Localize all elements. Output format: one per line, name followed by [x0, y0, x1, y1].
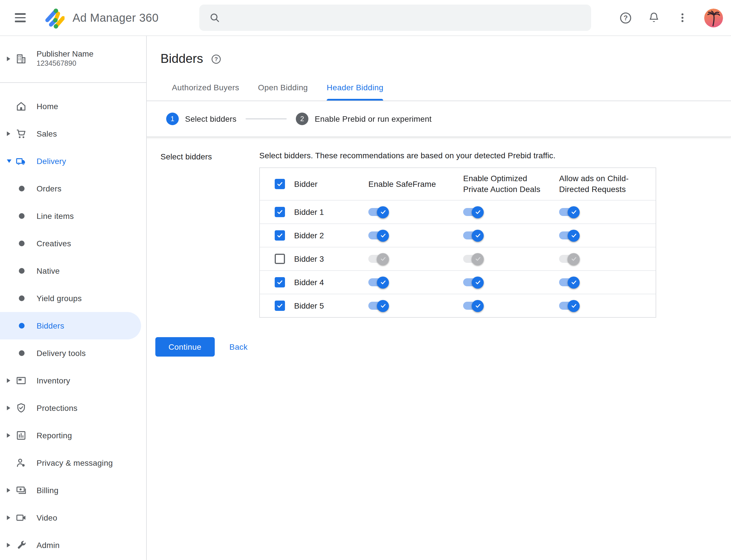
sidebar-item-billing[interactable]: Billing — [0, 477, 146, 504]
sidebar-item-reporting[interactable]: Reporting — [0, 422, 146, 449]
publisher-account-switcher[interactable]: Publisher Name 1234567890 — [0, 35, 146, 83]
sidebar-item-delivery[interactable]: Delivery — [0, 147, 146, 175]
bullet-icon — [19, 295, 25, 301]
back-link[interactable]: Back — [229, 342, 248, 351]
column-header-bidder: Bidder — [294, 179, 318, 189]
table-row: Bidder 5 — [260, 294, 656, 317]
row-checkbox[interactable] — [275, 277, 285, 287]
search-input[interactable] — [227, 12, 591, 23]
wrench-icon — [15, 539, 27, 551]
sidebar-item-bidders[interactable]: Bidders — [0, 312, 141, 339]
sidebar-item-label: Sales — [37, 129, 57, 138]
bullet-icon — [19, 323, 25, 329]
sidebar-item-label: Protections — [37, 403, 77, 413]
expander-right-icon — [7, 378, 10, 383]
shield-check-icon — [15, 402, 27, 414]
step-connector — [246, 118, 287, 119]
account-avatar[interactable] — [704, 8, 723, 27]
row-checkbox[interactable] — [275, 254, 285, 264]
more-options-icon[interactable] — [676, 11, 689, 25]
menu-icon[interactable] — [14, 11, 27, 25]
sidebar-item-sales[interactable]: Sales — [0, 120, 146, 147]
child-directed-toggle[interactable] — [559, 276, 578, 288]
safeframe-toggle[interactable] — [368, 229, 388, 241]
column-header-safeframe: Enable SafeFrame — [366, 179, 461, 189]
sidebar-item-orders[interactable]: Orders — [0, 175, 146, 202]
row-checkbox[interactable] — [275, 230, 285, 241]
step-1-label: Select bidders — [185, 114, 237, 123]
sidebar-item-yield-groups[interactable]: Yield groups — [0, 285, 146, 312]
sidebar-item-label: Orders — [37, 184, 61, 193]
row-checkbox[interactable] — [275, 207, 285, 217]
sidebar-item-label: Inventory — [37, 376, 70, 385]
sidebar-item-native[interactable]: Native — [0, 257, 146, 285]
expander-right-icon — [7, 488, 10, 493]
sidebar-item-protections[interactable]: Protections — [0, 394, 146, 422]
bidder-name: Bidder 1 — [294, 207, 324, 217]
tab-authorized-buyers[interactable]: Authorized Buyers — [172, 74, 239, 101]
sidebar-item-creatives[interactable]: Creatives — [0, 230, 146, 257]
top-app-bar: Ad Manager 360 ? — [0, 0, 731, 36]
continue-button[interactable]: Continue — [155, 337, 215, 357]
row-checkbox[interactable] — [275, 301, 285, 311]
page-help-icon[interactable]: ? — [211, 53, 221, 64]
expander-right-icon — [7, 57, 10, 61]
column-header-optimized-deals: Enable Optimized Private Auction Deals — [461, 173, 557, 195]
expander-right-icon — [7, 515, 10, 520]
bullet-icon — [19, 213, 25, 219]
search-bar[interactable] — [199, 5, 591, 31]
optimized-deals-toggle[interactable] — [463, 276, 482, 288]
help-icon[interactable]: ? — [618, 11, 632, 25]
tab-header-bidding[interactable]: Header Bidding — [327, 74, 383, 101]
sidebar-item-label: Admin — [37, 541, 60, 550]
optimized-deals-toggle[interactable] — [463, 300, 482, 312]
safeframe-toggle[interactable] — [368, 253, 388, 265]
bidders-table: Bidder Enable SafeFrame Enable Optimized… — [259, 167, 656, 318]
expander-right-icon — [7, 406, 10, 410]
sidebar-item-label: Billing — [37, 486, 59, 495]
step-2-enable-prebid[interactable]: 2 Enable Prebid or run experiment — [296, 113, 431, 125]
tab-open-bidding[interactable]: Open Bidding — [258, 74, 308, 101]
sidebar-item-video[interactable]: Video — [0, 504, 146, 531]
sidebar-item-line-items[interactable]: Line items — [0, 202, 146, 230]
child-directed-toggle[interactable] — [559, 206, 578, 218]
column-header-child-directed: Allow ads on Child-Directed Requests — [557, 173, 656, 195]
shopping-cart-icon — [15, 128, 27, 139]
child-directed-toggle[interactable] — [559, 229, 578, 241]
product-title: Ad Manager 360 — [73, 11, 159, 24]
sidebar-item-delivery-tools[interactable]: Delivery tools — [0, 339, 146, 367]
child-directed-toggle[interactable] — [559, 300, 578, 312]
optimized-deals-toggle[interactable] — [463, 206, 482, 218]
child-directed-toggle[interactable] — [559, 253, 578, 265]
sidebar-item-admin[interactable]: Admin — [0, 531, 146, 559]
safeframe-toggle[interactable] — [368, 276, 388, 288]
optimized-deals-toggle[interactable] — [463, 229, 482, 241]
sidebar-item-label: Reporting — [37, 431, 72, 440]
main-content: Bidders ? Authorized Buyers Open Bidding… — [146, 35, 731, 560]
delivery-truck-icon — [15, 155, 27, 167]
safeframe-toggle[interactable] — [368, 206, 388, 218]
home-icon — [15, 101, 27, 112]
step-2-label: Enable Prebid or run experiment — [315, 114, 431, 123]
expander-right-icon — [7, 131, 10, 136]
sidebar-item-label: Native — [37, 266, 60, 275]
ad-unit-icon — [15, 375, 27, 386]
step-1-number: 1 — [166, 113, 179, 125]
tab-bar: Authorized Buyers Open Bidding Header Bi… — [146, 74, 731, 101]
sidebar-item-home[interactable]: Home — [0, 93, 146, 120]
section-label: Select bidders — [161, 151, 259, 318]
sidebar-item-inventory[interactable]: Inventory — [0, 367, 146, 394]
sidebar-item-privacy-messaging[interactable]: Privacy & messaging — [0, 449, 146, 477]
notifications-bell-icon[interactable] — [647, 11, 661, 25]
optimized-deals-toggle[interactable] — [463, 253, 482, 265]
sidebar-navigation: Publisher Name 1234567890 Home — [0, 35, 147, 560]
expander-right-icon — [7, 433, 10, 438]
video-camera-icon — [15, 512, 27, 523]
sidebar-item-label: Line items — [37, 211, 74, 221]
select-all-checkbox[interactable] — [275, 179, 285, 189]
search-icon — [209, 12, 221, 23]
svg-text:?: ? — [623, 14, 628, 21]
bullet-icon — [19, 241, 25, 246]
safeframe-toggle[interactable] — [368, 300, 388, 312]
step-1-select-bidders[interactable]: 1 Select bidders — [166, 113, 237, 125]
